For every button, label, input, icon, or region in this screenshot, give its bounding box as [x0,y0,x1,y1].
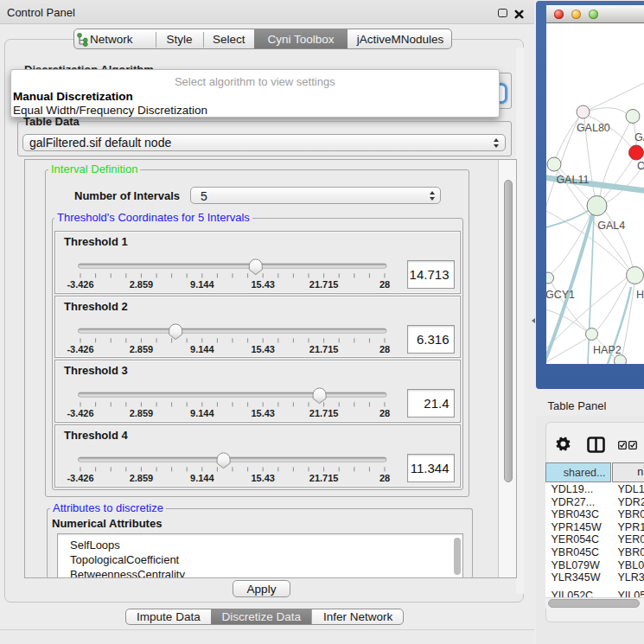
svg-text:2.859: 2.859 [129,474,153,484]
svg-text:-3.426: -3.426 [67,474,93,484]
svg-text:GAL11: GAL11 [556,173,589,185]
svg-text:GAL80: GAL80 [577,122,610,134]
svg-text:9.144: 9.144 [190,474,214,484]
svg-text:CYC8: CYC8 [637,160,644,172]
svg-text:9.144: 9.144 [190,279,214,290]
svg-text:21.715: 21.715 [309,344,338,354]
svg-text:21.715: 21.715 [309,408,338,418]
svg-text:9.144: 9.144 [190,344,214,354]
svg-text:28: 28 [379,279,389,290]
svg-text:GCY1: GCY1 [546,288,575,300]
svg-text:GAL3: GAL3 [634,131,644,143]
svg-text:2.859: 2.859 [129,408,153,418]
svg-text:2.859: 2.859 [129,344,153,354]
svg-text:28: 28 [379,474,389,484]
svg-text:HIS4: HIS4 [636,288,644,300]
svg-text:15.43: 15.43 [251,408,275,418]
svg-text:HAP2: HAP2 [593,343,622,355]
svg-text:9.144: 9.144 [190,408,214,418]
svg-text:21.715: 21.715 [309,474,338,484]
svg-text:28: 28 [379,408,389,418]
svg-text:15.43: 15.43 [251,344,275,354]
svg-text:15.43: 15.43 [251,474,275,484]
svg-text:-3.426: -3.426 [67,279,93,290]
svg-text:GAL4: GAL4 [597,219,625,231]
svg-text:28: 28 [379,344,389,354]
svg-text:-3.426: -3.426 [67,408,93,418]
svg-text:21.715: 21.715 [309,279,338,290]
svg-text:2.859: 2.859 [129,279,153,290]
svg-text:15.43: 15.43 [251,279,275,290]
svg-text:-3.426: -3.426 [67,344,93,354]
